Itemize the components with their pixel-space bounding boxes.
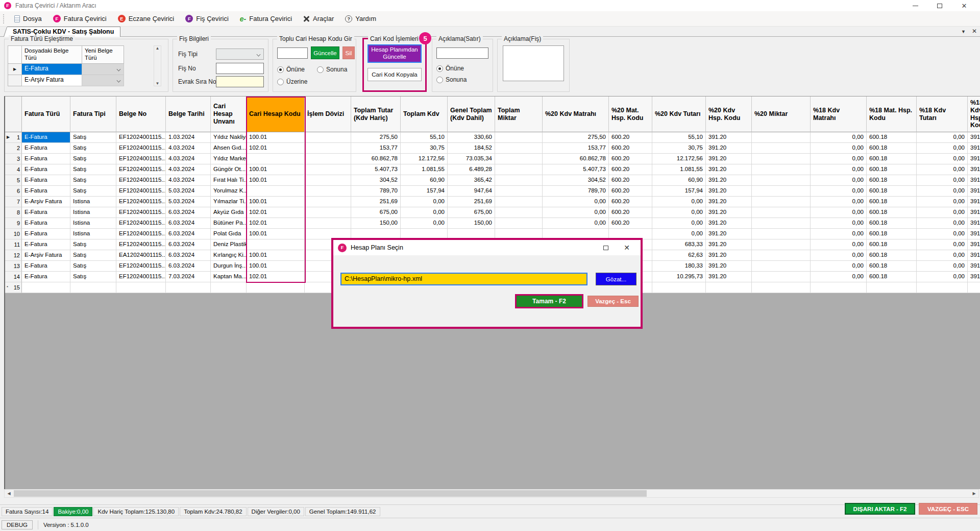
grid-cell[interactable]: [305, 143, 351, 154]
grid-cell[interactable]: 100.01: [247, 132, 305, 143]
sil-button[interactable]: Sil: [342, 46, 355, 59]
grid-cell[interactable]: 391.18: [968, 250, 980, 261]
grid-header-17[interactable]: %18 Kdv Matrahı: [811, 96, 867, 132]
grid-cell[interactable]: [752, 132, 811, 143]
grid-cell[interactable]: 391.18: [968, 164, 980, 175]
scrollbar-thumb[interactable]: [14, 490, 647, 497]
grid-cell[interactable]: 391.18: [968, 186, 980, 197]
grid-cell[interactable]: EF12024001115...: [116, 272, 166, 282]
radio-uzerine[interactable]: Üzerine: [277, 78, 307, 85]
fis-no-input[interactable]: [216, 63, 264, 74]
grid-cell[interactable]: 789,70: [543, 186, 609, 197]
grid-cell[interactable]: Satış: [70, 250, 116, 261]
grid-cell[interactable]: EF12024001115...: [116, 218, 166, 229]
grid-cell[interactable]: 600.18: [867, 272, 917, 282]
row-indicator[interactable]: 3: [5, 154, 22, 164]
grid-cell[interactable]: 600.18: [867, 197, 917, 207]
evrak-sira-no-input[interactable]: [216, 76, 264, 87]
grid-cell[interactable]: 391.18: [968, 218, 980, 229]
grid-cell[interactable]: 391.20: [706, 154, 752, 164]
horizontal-scrollbar[interactable]: ◀ ▶: [4, 489, 979, 498]
grid-cell[interactable]: [752, 239, 811, 250]
grid-cell[interactable]: [247, 239, 305, 250]
row-indicator[interactable]: 9: [5, 218, 22, 229]
grid-cell[interactable]: 157,94: [401, 186, 448, 197]
grid-cell[interactable]: [22, 282, 70, 293]
radio-sonuna[interactable]: Sonuna: [317, 66, 347, 73]
grid-cell[interactable]: Yorulmaz K...: [211, 186, 247, 197]
grid-cell[interactable]: 391.20: [706, 143, 752, 154]
grid-cell[interactable]: E-Fatura: [22, 186, 70, 197]
grid-cell[interactable]: 251,69: [448, 197, 495, 207]
grid-cell[interactable]: 600.20: [609, 207, 652, 218]
grid-header-12[interactable]: %20 Kdv Matrahı: [543, 96, 609, 132]
grid-cell[interactable]: 0,00: [811, 261, 867, 272]
grid-cell[interactable]: 330,60: [448, 132, 495, 143]
grid-cell[interactable]: 0,00: [401, 197, 448, 207]
grid-cell[interactable]: 60,90: [652, 175, 706, 186]
grid-cell[interactable]: 0,00: [811, 132, 867, 143]
grid-cell[interactable]: 0,00: [917, 239, 968, 250]
grid-cell[interactable]: 100.01: [247, 229, 305, 239]
grid-cell[interactable]: 1.081,55: [401, 164, 448, 175]
grid-cell[interactable]: 0,00: [917, 261, 968, 272]
row-indicator[interactable]: 14: [5, 272, 22, 282]
grid-cell[interactable]: 0,00: [811, 218, 867, 229]
row-indicator[interactable]: 2: [5, 143, 22, 154]
row-indicator[interactable]: 10: [5, 229, 22, 239]
grid-cell[interactable]: [495, 164, 543, 175]
grid-cell[interactable]: 60.862,78: [543, 154, 609, 164]
grid-cell[interactable]: Satış: [70, 186, 116, 197]
grid-cell[interactable]: 0,00: [917, 272, 968, 282]
grid-cell[interactable]: 391.18: [968, 143, 980, 154]
grid-cell[interactable]: [752, 218, 811, 229]
grid-cell[interactable]: 675,00: [448, 207, 495, 218]
grid-header-10[interactable]: Genel Toplam (Kdv Dahil): [448, 96, 495, 132]
grid-cell[interactable]: 0,00: [811, 175, 867, 186]
grid-header-indicator[interactable]: [5, 96, 22, 132]
grid-cell[interactable]: 0,00: [652, 229, 706, 239]
close-button[interactable]: ✕: [955, 0, 973, 11]
vazgec-button[interactable]: VAZGEÇ - ESC: [919, 503, 977, 515]
row-indicator[interactable]: 11: [5, 239, 22, 250]
grid-cell[interactable]: 5.03.2024: [166, 197, 211, 207]
grid-cell[interactable]: 102.01: [247, 218, 305, 229]
grid-cell[interactable]: 4.03.2024: [166, 143, 211, 154]
grid-cell[interactable]: 391.20: [706, 239, 752, 250]
grid-header-4[interactable]: Belge Tarihi: [166, 96, 211, 132]
grid-cell[interactable]: 0,00: [917, 143, 968, 154]
dialog-maximize-button[interactable]: [603, 243, 608, 252]
grid-cell[interactable]: Ahsen Gıd...: [211, 143, 247, 154]
grid-cell[interactable]: [211, 282, 247, 293]
grid-cell[interactable]: 600.18: [867, 229, 917, 239]
grid-cell[interactable]: 600.18: [867, 239, 917, 250]
grid-cell[interactable]: 600.20: [609, 132, 652, 143]
grid-cell[interactable]: 600.18: [867, 164, 917, 175]
grid-cell[interactable]: 100.01: [247, 197, 305, 207]
grid-cell[interactable]: Istisna: [70, 218, 116, 229]
grid-cell[interactable]: 1.03.2024: [166, 132, 211, 143]
grid-cell[interactable]: [752, 164, 811, 175]
grid-cell[interactable]: 391.18: [968, 175, 980, 186]
mapping-doc-type-cell[interactable]: E-Arşiv Fatura: [22, 75, 82, 86]
grid-cell[interactable]: [752, 186, 811, 197]
grid-cell[interactable]: 0,00: [917, 164, 968, 175]
grid-cell[interactable]: 180,33: [652, 261, 706, 272]
grid-cell[interactable]: 391.18: [968, 154, 980, 164]
grid-cell[interactable]: 600.18: [867, 218, 917, 229]
grid-cell[interactable]: [305, 197, 351, 207]
grid-cell[interactable]: 304,52: [543, 175, 609, 186]
grid-cell[interactable]: Yılmazlar Ti...: [211, 197, 247, 207]
grid-cell[interactable]: 391.20: [706, 164, 752, 175]
grid-cell[interactable]: Satış: [70, 239, 116, 250]
grid-cell[interactable]: [166, 282, 211, 293]
mapping-doc-type-cell[interactable]: E-Fatura: [22, 64, 82, 75]
grid-cell[interactable]: Kaptan Ma...: [211, 272, 247, 282]
grid-cell[interactable]: 600.18: [867, 207, 917, 218]
grid-header-6[interactable]: Cari Hesap Kodu: [247, 96, 305, 132]
grid-cell[interactable]: Durgun İnş...: [211, 261, 247, 272]
grid-cell[interactable]: Polat Gıda: [211, 229, 247, 239]
vazgec-dialog-button[interactable]: Vazgeç - Esc: [587, 296, 639, 307]
grid-cell[interactable]: 102.01: [247, 143, 305, 154]
guncelle-button[interactable]: Güncelle: [311, 46, 339, 59]
